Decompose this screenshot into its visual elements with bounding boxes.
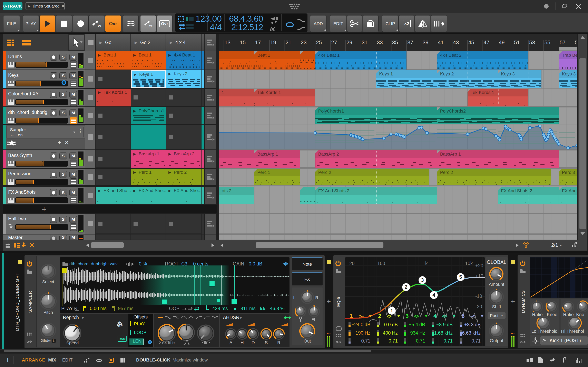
svg-text:29: 29 — [346, 39, 352, 45]
svg-text:55: 55 — [545, 39, 550, 45]
svg-text:3: 3 — [421, 277, 424, 283]
svg-text:13: 13 — [225, 39, 231, 45]
svg-text:1k: 1k — [423, 261, 428, 266]
svg-text:31: 31 — [362, 39, 367, 45]
svg-text:19: 19 — [270, 39, 276, 45]
svg-text:47: 47 — [484, 39, 489, 45]
svg-text:+20: +20 — [475, 263, 483, 268]
svg-text:w: w — [149, 24, 152, 27]
svg-text:25: 25 — [316, 39, 322, 45]
svg-text:1: 1 — [390, 308, 393, 313]
svg-text:35: 35 — [392, 39, 398, 45]
svg-text:4: 4 — [432, 292, 435, 298]
svg-text:57: 57 — [560, 39, 566, 45]
svg-text:33: 33 — [377, 39, 383, 45]
svg-text:17: 17 — [255, 39, 261, 45]
svg-text:51: 51 — [514, 39, 520, 45]
svg-text:27: 27 — [331, 39, 337, 45]
svg-text:R: R — [76, 306, 78, 309]
svg-text:45: 45 — [468, 39, 474, 45]
svg-text:-10: -10 — [475, 294, 482, 299]
svg-text:39: 39 — [423, 39, 429, 45]
svg-text:49: 49 — [499, 39, 505, 45]
svg-text:53: 53 — [529, 39, 535, 45]
svg-text:w: w — [98, 24, 101, 28]
svg-text:37: 37 — [407, 39, 413, 45]
svg-text:23: 23 — [301, 39, 307, 45]
svg-text:100: 100 — [377, 261, 385, 266]
svg-text:59: 59 — [575, 39, 577, 45]
svg-text:41: 41 — [438, 39, 444, 45]
svg-text:5: 5 — [459, 274, 462, 280]
svg-text:10k: 10k — [465, 261, 473, 266]
svg-text:-20: -20 — [475, 304, 482, 309]
svg-text:43: 43 — [453, 39, 459, 45]
svg-text:15: 15 — [240, 39, 246, 45]
svg-text:21: 21 — [285, 39, 291, 45]
svg-text:2: 2 — [405, 284, 407, 290]
svg-text:20: 20 — [349, 261, 355, 266]
